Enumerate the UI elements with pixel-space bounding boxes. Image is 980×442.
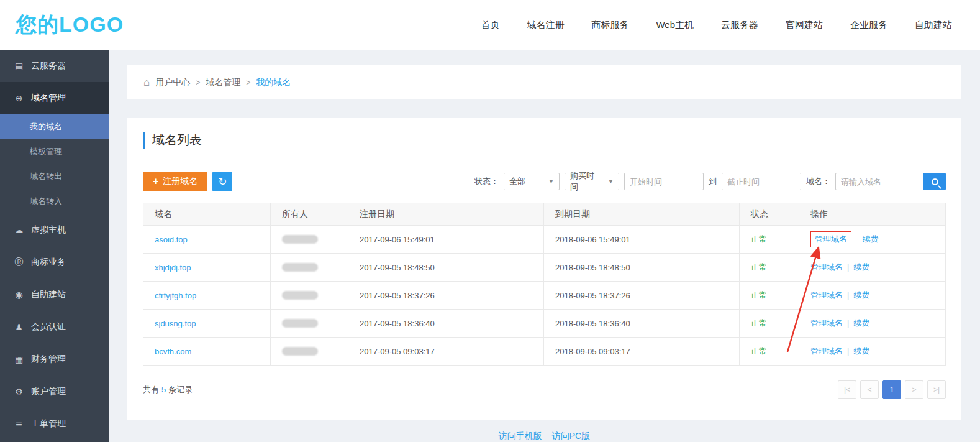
sidebar-item-domain-management[interactable]: ⊕ 域名管理: [0, 82, 109, 114]
renew-link[interactable]: 续费: [853, 290, 869, 300]
search-icon: [932, 178, 938, 185]
domain-link[interactable]: bcvfh.com: [155, 347, 191, 356]
expire-date: 2018-09-05 18:36:40: [544, 310, 740, 338]
manage-domain-link[interactable]: 管理域名: [810, 346, 843, 356]
action-separator: |: [847, 318, 849, 328]
sidebar-item-member-auth[interactable]: ♟ 会员认证: [0, 311, 109, 343]
manage-domain-link[interactable]: 管理域名: [810, 318, 843, 328]
pagination-last-button[interactable]: >|: [927, 380, 946, 399]
pagination-prev-button[interactable]: <: [860, 380, 879, 399]
breadcrumb-separator: >: [246, 78, 250, 87]
cloud-icon: ☁: [14, 225, 24, 235]
expire-date: 2018-09-05 18:37:26: [544, 282, 740, 310]
search-button[interactable]: [923, 173, 946, 190]
table-footer: 共有5条记录 |< < 1 > >|: [143, 380, 946, 399]
pagination-page-1[interactable]: 1: [882, 380, 901, 399]
status-select-value: 全部: [509, 176, 525, 187]
chevron-down-icon: ▼: [548, 178, 554, 185]
gear-icon: ⚙: [14, 387, 24, 397]
action-separator: [856, 234, 858, 244]
sidebar-subitem-domain-transfer-in[interactable]: 域名转入: [0, 189, 109, 214]
register-date: 2017-09-05 09:03:17: [348, 338, 544, 366]
owner-redacted: [282, 291, 318, 300]
domain-search-input[interactable]: [835, 173, 923, 190]
manage-domain-link[interactable]: 管理域名: [810, 231, 851, 247]
mobile-version-link[interactable]: 访问手机版: [499, 431, 542, 441]
sidebar-domain-submenu: 我的域名 模板管理 域名转出 域名转入: [0, 114, 109, 214]
sidebar: ▤ 云服务器 ⊕ 域名管理 我的域名 模板管理 域名转出 域名转入 ☁ 虚拟主机…: [0, 50, 109, 442]
site-logo: 您的LOGO: [16, 11, 124, 39]
domain-link[interactable]: xhjdjdj.top: [155, 263, 191, 272]
action-separator: |: [847, 290, 849, 300]
pagination-next-button[interactable]: >: [905, 380, 923, 399]
table-row: bcvfh.com 2017-09-05 09:03:17 2018-09-05…: [143, 338, 946, 366]
nav-item-enterprise-service[interactable]: 企业服务: [850, 19, 887, 31]
renew-link[interactable]: 续费: [863, 234, 879, 244]
sidebar-item-cloud-server[interactable]: ▤ 云服务器: [0, 50, 109, 82]
sidebar-subitem-domain-transfer-out[interactable]: 域名转出: [0, 164, 109, 189]
domain-filter-label: 域名：: [806, 176, 830, 187]
register-date: 2017-09-05 18:48:50: [348, 254, 544, 282]
sidebar-item-label: 商标业务: [31, 257, 66, 268]
manage-domain-link[interactable]: 管理域名: [810, 290, 843, 300]
breadcrumb-my-domains[interactable]: 我的域名: [256, 77, 291, 88]
status-badge: 正常: [751, 234, 767, 244]
nav-item-home[interactable]: 首页: [481, 19, 499, 31]
table-row: xhjdjdj.top 2017-09-05 18:48:50 2018-09-…: [143, 254, 946, 282]
manage-domain-link[interactable]: 管理域名: [810, 262, 843, 272]
header-expire-date: 到期日期: [544, 203, 740, 226]
expire-date: 2018-09-05 09:03:17: [544, 338, 740, 366]
nav-item-cloud-server[interactable]: 云服务器: [721, 19, 758, 31]
sidebar-subitem-my-domains[interactable]: 我的域名: [0, 114, 109, 139]
home-icon: ⌂: [143, 76, 150, 89]
time-type-select[interactable]: 购买时间 ▼: [565, 173, 619, 190]
status-select[interactable]: 全部 ▼: [504, 173, 560, 190]
plus-icon: +: [153, 176, 158, 187]
nav-item-website-building[interactable]: 官网建站: [786, 19, 823, 31]
expire-date: 2018-09-05 18:48:50: [544, 254, 740, 282]
nav-item-self-service-site[interactable]: 自助建站: [915, 19, 952, 31]
end-date-input[interactable]: [722, 173, 801, 190]
sidebar-item-site-builder[interactable]: ◉ 自助建站: [0, 279, 109, 311]
toolbar: + 注册域名 ↻ 状态： 全部 ▼ 购买时间 ▼ 到: [143, 172, 946, 191]
start-date-input[interactable]: [624, 173, 704, 190]
register-domain-button[interactable]: + 注册域名: [143, 172, 207, 191]
pagination-first-button[interactable]: |<: [838, 380, 856, 399]
pc-version-link[interactable]: 访问PC版: [552, 431, 590, 441]
refresh-button[interactable]: ↻: [212, 172, 232, 191]
panel-title-row: 域名列表: [143, 132, 946, 159]
nav-item-web-hosting[interactable]: Web主机: [656, 19, 694, 31]
register-date: 2017-09-05 18:36:40: [348, 310, 544, 338]
table-row: asoid.top 2017-09-06 15:49:01 2018-09-06…: [143, 226, 946, 254]
sidebar-item-label: 自助建站: [31, 289, 66, 300]
nav-item-domain-register[interactable]: 域名注册: [527, 19, 564, 31]
owner-redacted: [282, 319, 318, 328]
domain-link[interactable]: asoid.top: [155, 235, 188, 244]
renew-link[interactable]: 续费: [853, 262, 869, 272]
register-domain-label: 注册域名: [163, 176, 197, 187]
status-badge: 正常: [751, 318, 767, 328]
sidebar-item-label: 域名管理: [31, 93, 66, 104]
top-header: 您的LOGO 首页 域名注册 商标服务 Web主机 云服务器 官网建站 企业服务…: [0, 0, 980, 50]
sidebar-item-work-order[interactable]: ≡ 工单管理: [0, 408, 109, 440]
sidebar-subitem-template-management[interactable]: 模板管理: [0, 139, 109, 164]
domain-link[interactable]: cfrfyjfgh.top: [155, 291, 196, 300]
header-owner: 所有人: [271, 203, 348, 226]
main-content: ⌂ 用户中心 > 域名管理 > 我的域名 域名列表 + 注册域名 ↻ 状态：: [109, 50, 980, 442]
renew-link[interactable]: 续费: [853, 346, 869, 356]
owner-redacted: [282, 347, 318, 356]
domain-link[interactable]: sjdusng.top: [155, 319, 196, 328]
renew-link[interactable]: 续费: [853, 318, 869, 328]
breadcrumb: ⌂ 用户中心 > 域名管理 > 我的域名: [127, 65, 961, 99]
ticket-icon: ≡: [14, 419, 24, 429]
header-status: 状态: [740, 203, 799, 226]
sidebar-item-account-management[interactable]: ⚙ 账户管理: [0, 375, 109, 408]
time-type-select-value: 购买时间: [570, 170, 602, 193]
sidebar-item-virtual-host[interactable]: ☁ 虚拟主机: [0, 214, 109, 246]
breadcrumb-domain-management[interactable]: 域名管理: [206, 77, 240, 88]
expire-date: 2018-09-06 15:49:01: [544, 226, 740, 254]
nav-item-trademark-service[interactable]: 商标服务: [591, 19, 628, 31]
sidebar-item-trademark-business[interactable]: Ⓡ 商标业务: [0, 246, 109, 279]
sidebar-item-finance-management[interactable]: ▦ 财务管理: [0, 343, 109, 375]
breadcrumb-user-center[interactable]: 用户中心: [155, 77, 190, 88]
